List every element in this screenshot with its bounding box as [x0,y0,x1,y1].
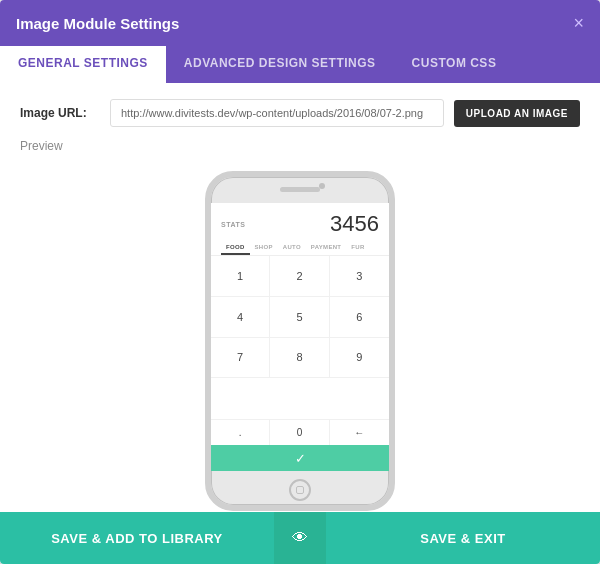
phone-home-button [289,479,311,501]
key-6: 6 [330,297,389,338]
tab-advanced-design-settings[interactable]: Advanced Design Settings [166,46,394,83]
eye-button[interactable]: 👁 [274,512,326,564]
tabs-bar: General Settings Advanced Design Setting… [0,46,600,83]
tab-custom-css[interactable]: Custom CSS [394,46,515,83]
phone-screen: STATS 3456 FOOD SHOP AUTO PAYMENT FUR 1 [211,203,389,471]
keypad: 1 2 3 4 5 6 7 8 9 [211,256,389,419]
app-tabs: FOOD SHOP AUTO PAYMENT FUR [211,241,389,256]
tab-general-settings[interactable]: General Settings [0,46,166,83]
modal: Image Module Settings × General Settings… [0,0,600,564]
app-number: 3456 [330,211,379,237]
app-stats-label: STATS [221,221,245,228]
app-tab-fur: FUR [346,241,369,255]
key-0: 0 [270,420,329,445]
app-tab-payment: PAYMENT [306,241,346,255]
key-5: 5 [270,297,329,338]
image-url-label: Image URL: [20,106,100,120]
phone-preview-container: STATS 3456 FOOD SHOP AUTO PAYMENT FUR 1 [20,161,580,512]
key-backspace: ← [330,420,389,445]
app-tab-shop: SHOP [250,241,278,255]
image-url-input[interactable] [110,99,444,127]
key-8: 8 [270,338,329,379]
eye-icon: 👁 [292,529,308,547]
confirm-icon: ✓ [295,451,306,466]
save-exit-button[interactable]: Save & Exit [326,512,600,564]
confirm-bar: ✓ [211,445,389,471]
key-4: 4 [211,297,270,338]
save-add-to-library-button[interactable]: Save & Add To Library [0,512,274,564]
modal-header: Image Module Settings × [0,0,600,46]
app-tab-food: FOOD [221,241,250,255]
keypad-bottom-row: . 0 ← [211,419,389,445]
phone-mockup: STATS 3456 FOOD SHOP AUTO PAYMENT FUR 1 [205,171,395,511]
close-button[interactable]: × [573,14,584,32]
key-1: 1 [211,256,270,297]
key-2: 2 [270,256,329,297]
modal-footer: Save & Add To Library 👁 Save & Exit [0,512,600,564]
key-9: 9 [330,338,389,379]
modal-title: Image Module Settings [16,15,179,32]
image-url-row: Image URL: Upload An Image [20,99,580,127]
phone-home-inner [296,486,304,494]
upload-image-button[interactable]: Upload An Image [454,100,580,127]
app-header: STATS 3456 [211,203,389,241]
preview-label: Preview [20,139,580,153]
app-tab-auto: AUTO [278,241,306,255]
key-3: 3 [330,256,389,297]
key-7: 7 [211,338,270,379]
key-dot: . [211,420,270,445]
modal-content: Image URL: Upload An Image Preview STATS… [0,83,600,512]
